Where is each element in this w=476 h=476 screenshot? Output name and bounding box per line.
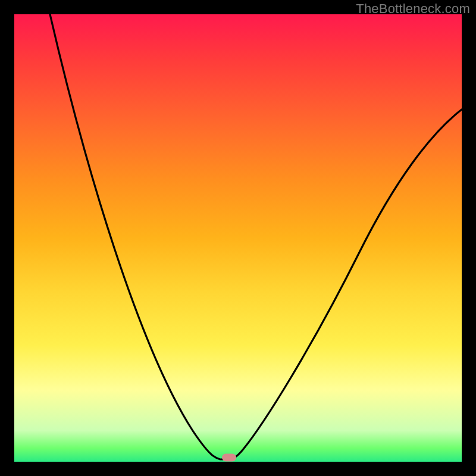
attribution-text: TheBottleneck.com: [356, 1, 470, 17]
chart-frame: TheBottleneck.com: [0, 0, 476, 476]
curve-path: [50, 14, 462, 459]
bottleneck-curve: [14, 14, 462, 462]
chart-plot-area: [14, 14, 462, 462]
optimal-point-marker: [222, 454, 236, 462]
